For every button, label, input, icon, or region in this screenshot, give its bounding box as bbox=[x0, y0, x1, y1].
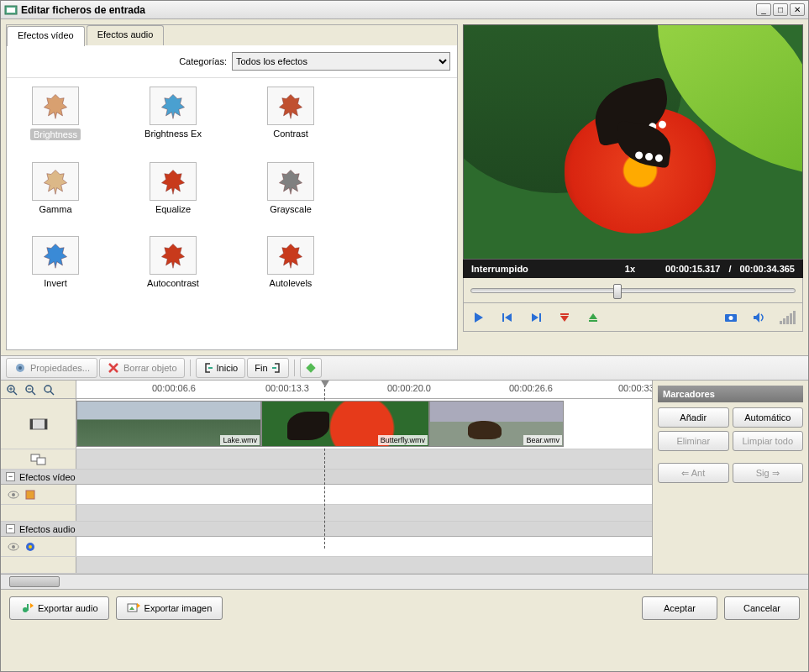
svg-rect-39 bbox=[27, 604, 29, 611]
effect-invert[interactable]: Invert bbox=[22, 236, 89, 288]
apply-effect-button[interactable] bbox=[300, 358, 322, 378]
timeline-scrollbar[interactable] bbox=[1, 574, 808, 589]
svg-rect-8 bbox=[560, 313, 569, 315]
properties-button[interactable]: Propiedades... bbox=[6, 358, 97, 378]
marker-clear-button[interactable]: Limpiar todo bbox=[733, 431, 804, 451]
audio-effects-section[interactable]: −Efectos audio bbox=[1, 522, 652, 537]
zoom-fit-button[interactable] bbox=[41, 382, 56, 397]
window-title: Editar ficheros de entrada bbox=[18, 4, 754, 16]
svg-rect-27 bbox=[30, 419, 33, 429]
preview-viewport bbox=[463, 24, 803, 260]
marker-remove-button[interactable]: Eliminar bbox=[658, 431, 729, 451]
delete-object-button[interactable]: Borrar objeto bbox=[99, 358, 185, 378]
effect-brightness-ex[interactable]: Brightness Ex bbox=[139, 87, 207, 140]
eye-icon[interactable] bbox=[8, 489, 19, 501]
svg-line-25 bbox=[50, 391, 54, 395]
marker-next-button[interactable]: Sig ⇒ bbox=[733, 463, 804, 483]
svg-rect-6 bbox=[539, 313, 541, 322]
snapshot-button[interactable] bbox=[722, 309, 739, 326]
svg-marker-5 bbox=[532, 313, 538, 322]
categories-label: Categorías: bbox=[179, 56, 227, 66]
effect-icon bbox=[24, 489, 36, 501]
delete-icon bbox=[107, 361, 120, 375]
svg-line-18 bbox=[13, 391, 17, 395]
maximize-button[interactable]: □ bbox=[773, 3, 788, 16]
trim-end-button[interactable]: Fin bbox=[247, 358, 288, 378]
svg-point-32 bbox=[12, 493, 15, 496]
export-image-button[interactable]: Exportar imagen bbox=[116, 596, 223, 620]
close-button[interactable]: ✕ bbox=[790, 3, 805, 16]
svg-rect-33 bbox=[26, 491, 34, 499]
marker-prev-button[interactable]: ⇐ Ant bbox=[658, 463, 729, 483]
effect-contrast[interactable]: Contrast bbox=[257, 87, 324, 140]
video-effects-section[interactable]: −Efectos vídeo bbox=[1, 470, 652, 485]
clip-bear[interactable]: Bear.wmv bbox=[429, 401, 564, 447]
playback-speed: 1x bbox=[625, 264, 635, 274]
play-button[interactable] bbox=[470, 309, 487, 326]
svg-marker-43 bbox=[137, 603, 140, 608]
bracket-left-icon bbox=[203, 363, 213, 373]
audio-effect-icon bbox=[24, 541, 36, 553]
svg-marker-13 bbox=[754, 312, 759, 323]
volume-indicator[interactable] bbox=[780, 311, 796, 324]
effects-grid: BrightnessBrightness ExContrastGammaEqua… bbox=[7, 78, 457, 349]
timeline: 00:00:06.6 00:00:13.3 00:00:20.0 00:00:2… bbox=[1, 381, 653, 574]
clip-lake[interactable]: Lake.wmv bbox=[76, 401, 261, 447]
app-icon bbox=[4, 3, 18, 17]
timeline-toolbar: Propiedades... Borrar objeto Inicio Fin bbox=[1, 355, 808, 381]
svg-rect-3 bbox=[502, 313, 504, 322]
svg-marker-4 bbox=[505, 313, 512, 322]
export-audio-button[interactable]: Exportar audio bbox=[9, 596, 109, 620]
transition-track-icon bbox=[30, 453, 47, 466]
svg-line-22 bbox=[32, 391, 35, 395]
playback-status: Interrumpido bbox=[471, 264, 528, 274]
svg-marker-2 bbox=[475, 312, 483, 323]
next-frame-button[interactable] bbox=[528, 309, 544, 326]
zoom-in-button[interactable] bbox=[4, 382, 19, 397]
tab-audio-effects[interactable]: Efectos audio bbox=[87, 25, 165, 45]
time-current: 00:00:15.317 bbox=[665, 264, 720, 274]
effect-autolevels[interactable]: Autolevels bbox=[257, 236, 324, 288]
svg-rect-28 bbox=[45, 419, 47, 429]
markers-title: Marcadores bbox=[658, 386, 803, 402]
time-total: 00:00:34.365 bbox=[740, 264, 795, 274]
cancel-button[interactable]: Cancelar bbox=[724, 596, 800, 620]
mark-in-button[interactable] bbox=[556, 309, 573, 326]
tab-video-effects[interactable]: Efectos vídeo bbox=[7, 26, 85, 46]
svg-marker-40 bbox=[30, 603, 34, 608]
minimize-button[interactable]: _ bbox=[756, 3, 771, 16]
mark-out-button[interactable] bbox=[585, 309, 601, 326]
effect-equalize[interactable]: Equalize bbox=[139, 162, 207, 214]
svg-point-37 bbox=[29, 545, 32, 549]
trim-start-button[interactable]: Inicio bbox=[196, 358, 246, 378]
video-track-icon bbox=[29, 414, 49, 434]
svg-point-24 bbox=[45, 386, 51, 392]
marker-auto-button[interactable]: Automático bbox=[733, 407, 804, 428]
volume-button[interactable] bbox=[751, 309, 768, 326]
markers-panel: Marcadores Añadir Automático Eliminar Li… bbox=[653, 381, 808, 574]
accept-button[interactable]: Aceptar bbox=[642, 596, 717, 620]
categories-select[interactable]: Todos los efectos bbox=[232, 52, 450, 71]
clip-butterfly[interactable]: Butterfly.wmv bbox=[261, 401, 429, 447]
seek-slider[interactable] bbox=[470, 288, 796, 293]
export-audio-icon bbox=[20, 601, 34, 615]
svg-point-12 bbox=[729, 316, 733, 320]
diamond-icon bbox=[305, 362, 317, 374]
marker-add-button[interactable]: Añadir bbox=[658, 407, 729, 428]
zoom-out-button[interactable] bbox=[23, 382, 38, 397]
prev-frame-button[interactable] bbox=[499, 309, 516, 326]
svg-point-35 bbox=[12, 545, 15, 549]
svg-rect-1 bbox=[7, 8, 15, 13]
svg-marker-9 bbox=[589, 313, 597, 319]
preview-panel: Interrumpido 1x 00:00:15.317 / 00:00:34.… bbox=[463, 24, 803, 350]
svg-point-15 bbox=[18, 366, 22, 370]
eye-icon[interactable] bbox=[8, 541, 19, 553]
timeline-ruler[interactable]: 00:00:06.6 00:00:13.3 00:00:20.0 00:00:2… bbox=[76, 381, 652, 398]
effect-autocontrast[interactable]: Autocontrast bbox=[139, 236, 207, 288]
effects-panel: Efectos vídeo Efectos audio Categorías: … bbox=[6, 24, 458, 350]
export-image-icon bbox=[127, 601, 140, 615]
effect-grayscale[interactable]: Grayscale bbox=[257, 162, 324, 214]
effect-gamma[interactable]: Gamma bbox=[22, 162, 89, 214]
effect-brightness[interactable]: Brightness bbox=[22, 87, 89, 140]
bracket-right-icon bbox=[271, 363, 281, 373]
